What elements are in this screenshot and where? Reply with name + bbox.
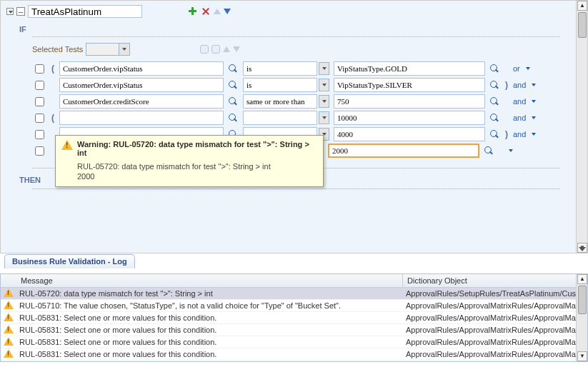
- warning-icon: [4, 301, 14, 311]
- move-down-icon[interactable]: [224, 9, 231, 14]
- search-icon[interactable]: [489, 64, 500, 74]
- connector-link[interactable]: and: [513, 81, 526, 89]
- operator-input[interactable]: [243, 111, 317, 125]
- log-col-dict[interactable]: Dictionary Object: [403, 274, 587, 287]
- log-dict: ApprovalRules/ApprovalMatrixRules/Approv…: [403, 313, 587, 322]
- log-row[interactable]: RUL-05831: Select one or more values for…: [1, 312, 587, 324]
- search-icon[interactable]: [228, 113, 239, 124]
- search-icon[interactable]: [228, 80, 239, 91]
- add-icon[interactable]: [188, 6, 198, 16]
- warning-icon: [4, 337, 14, 347]
- log-message: RUL-05831: Select one or more values for…: [16, 326, 403, 334]
- dropdown-icon[interactable]: [319, 111, 329, 124]
- panel-toggle-icon[interactable]: [579, 247, 586, 251]
- log-row[interactable]: RUL-05831: Select one or more values for…: [1, 348, 587, 361]
- log-panel: Message Dictionary Object RUL-05720: dat…: [0, 273, 588, 362]
- warning-icon: [4, 349, 14, 359]
- search-icon[interactable]: [489, 80, 500, 91]
- log-row[interactable]: RUL-05831: Select one or more values for…: [1, 324, 587, 336]
- field-input[interactable]: [59, 78, 224, 92]
- selected-tests-combo[interactable]: [86, 43, 130, 56]
- operator-input[interactable]: [243, 78, 317, 92]
- operator-input[interactable]: [243, 94, 317, 109]
- rule-editor-panel: – IF Selected Tests (or)andand(and)and T…: [0, 0, 588, 253]
- connector-link[interactable]: and: [513, 130, 526, 139]
- dropdown-icon[interactable]: [319, 62, 329, 75]
- row-checkbox[interactable]: [35, 81, 44, 90]
- field-input[interactable]: [59, 111, 224, 125]
- delete-icon[interactable]: [201, 6, 211, 16]
- connector-menu-icon[interactable]: [509, 149, 513, 152]
- field-input[interactable]: [59, 94, 224, 109]
- separator: [32, 188, 560, 189]
- editor-scrollbar[interactable]: ▲ ▼: [576, 1, 587, 253]
- value-input[interactable]: [334, 61, 485, 76]
- connector-menu-icon[interactable]: [532, 116, 536, 119]
- log-row[interactable]: RUL-05720: data type mismatch for test "…: [1, 288, 587, 300]
- search-icon[interactable]: [228, 64, 239, 74]
- swap-right-icon[interactable]: [211, 45, 220, 54]
- connector-link[interactable]: and: [513, 114, 526, 122]
- dropdown-icon[interactable]: [119, 44, 129, 55]
- separator: [32, 36, 560, 37]
- scroll-up-icon[interactable]: ▲: [577, 274, 587, 284]
- row-checkbox[interactable]: [35, 64, 44, 74]
- tooltip-extra-text: 2000: [77, 172, 94, 181]
- connector-link[interactable]: and: [513, 97, 526, 106]
- value-input[interactable]: [334, 94, 485, 109]
- log-columns: Message Dictionary Object: [1, 274, 587, 288]
- dropdown-icon[interactable]: [319, 95, 329, 108]
- warning-icon: [4, 325, 14, 335]
- rule-header: –: [6, 5, 572, 18]
- row-checkbox[interactable]: [35, 130, 44, 139]
- log-col-icon: [1, 274, 16, 287]
- collapse-toggle-icon[interactable]: [6, 8, 14, 15]
- operator-input[interactable]: [243, 61, 317, 76]
- log-row[interactable]: RUL-05710: The value chosen, "StatusType…: [1, 300, 587, 312]
- search-icon[interactable]: [489, 129, 500, 140]
- search-icon[interactable]: [228, 96, 239, 107]
- log-body: Message Dictionary Object RUL-05720: dat…: [1, 274, 587, 361]
- scroll-up-icon[interactable]: ▲: [577, 1, 587, 11]
- row-checkbox[interactable]: [35, 114, 44, 123]
- dropdown-icon[interactable]: [319, 79, 329, 91]
- warning-icon: [61, 140, 73, 151]
- scroll-thumb[interactable]: [578, 12, 587, 38]
- log-col-message[interactable]: Message: [16, 274, 403, 287]
- log-scrollbar[interactable]: ▲ ▼: [576, 274, 587, 361]
- connector-link[interactable]: or: [513, 64, 520, 73]
- value-input[interactable]: [334, 127, 485, 141]
- log-tab[interactable]: Business Rule Validation - Log: [4, 254, 135, 268]
- connector-menu-icon[interactable]: [532, 84, 536, 86]
- value-input[interactable]: [334, 78, 485, 92]
- row-checkbox[interactable]: [35, 146, 44, 156]
- tests-down-icon[interactable]: [233, 46, 240, 52]
- rule-name-input[interactable]: [28, 5, 142, 18]
- collapse-icon[interactable]: –: [16, 7, 25, 16]
- connector-menu-icon[interactable]: [532, 133, 536, 136]
- test-row: )and: [32, 78, 572, 92]
- search-icon[interactable]: [489, 96, 500, 107]
- connector-menu-icon[interactable]: [532, 100, 536, 103]
- row-checkbox[interactable]: [35, 97, 44, 106]
- value-input[interactable]: [334, 111, 485, 125]
- test-row: (and: [32, 111, 572, 125]
- search-icon[interactable]: [489, 113, 500, 124]
- field-input[interactable]: [59, 61, 224, 76]
- swap-left-icon[interactable]: [200, 45, 209, 54]
- close-paren: ): [504, 80, 509, 90]
- connector-menu-icon[interactable]: [526, 67, 530, 70]
- log-row[interactable]: RUL-05831: Select one or more values for…: [1, 336, 587, 348]
- tests-up-icon[interactable]: [223, 46, 230, 52]
- warning-tooltip: Warning: RUL-05720: data type mismatch f…: [55, 135, 324, 187]
- selected-tests-bar: Selected Tests: [32, 43, 572, 56]
- selected-tests-label: Selected Tests: [32, 45, 83, 54]
- search-icon[interactable]: [484, 146, 494, 156]
- tooltip-body-text: RUL-05720: data type mismatch for test "…: [77, 162, 271, 171]
- scroll-thumb[interactable]: [578, 286, 587, 314]
- scroll-down-icon[interactable]: ▼: [577, 351, 587, 361]
- move-up-icon[interactable]: [214, 9, 221, 14]
- log-message: RUL-05831: Select one or more values for…: [16, 350, 403, 358]
- test-row: and: [32, 94, 572, 109]
- value-input[interactable]: [328, 144, 479, 158]
